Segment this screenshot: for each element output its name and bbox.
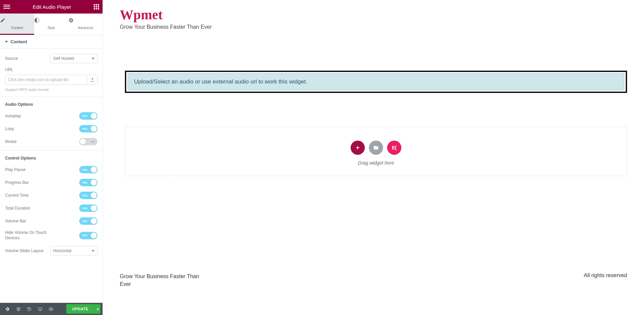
url-input[interactable] (5, 75, 87, 84)
tab-style[interactable]: Style (34, 14, 68, 35)
sidebar-footer: UPDATE (0, 303, 103, 315)
url-block: URL Support MP3 audio format (0, 63, 103, 97)
playpause-label: Play Pause (5, 167, 26, 172)
preview-canvas: Wpmet Grow Your Business Faster Than Eve… (103, 0, 644, 315)
muted-label: Muted (5, 139, 16, 144)
chevron-down-icon (92, 250, 94, 252)
source-label: Source (5, 56, 18, 61)
progressbar-label: Progress Bar (5, 180, 29, 185)
site-title: Wpmet (120, 7, 627, 23)
playpause-switch[interactable]: YES (79, 166, 97, 173)
site-footer: Grow Your Business Faster Than Ever All … (103, 272, 644, 288)
tab-advanced-label: Advanced (78, 26, 93, 30)
caret-down-icon (5, 41, 8, 43)
totalduration-switch[interactable]: YES (79, 204, 97, 212)
control-options-block: Control Options Play Pause YES Progress … (0, 151, 103, 261)
sidebar-title: Edit Audio Player (32, 4, 71, 10)
audio-options-block: Audio Options Autoplay YES Loop YES Mute… (0, 97, 103, 151)
elementskit-button[interactable]: E( (387, 141, 401, 155)
pencil-icon (0, 18, 34, 23)
add-section-button[interactable] (351, 141, 365, 155)
hidevolumetouch-switch[interactable]: YES (79, 232, 97, 239)
settings-panel: Content Source Self Hosted URL Support M… (0, 35, 103, 303)
url-input-wrapper (5, 75, 97, 85)
update-button[interactable]: UPDATE (66, 304, 94, 314)
caret-up-icon (96, 308, 99, 310)
settings-icon[interactable] (2, 303, 13, 315)
editor-tabs: Content Style Advanced (0, 14, 103, 35)
autoplay-switch[interactable]: YES (79, 112, 97, 120)
contrast-icon (34, 18, 68, 23)
audio-widget-placeholder[interactable]: Upload/Select an audio or use external a… (125, 71, 627, 93)
audio-options-heading: Audio Options (5, 102, 97, 107)
menu-icon[interactable] (3, 5, 10, 9)
widget-message: Upload/Select an audio or use external a… (128, 73, 624, 90)
tab-content-label: Content (11, 26, 23, 30)
url-label: URL (5, 67, 97, 72)
svg-point-2 (50, 308, 51, 309)
sidebar: Edit Audio Player Content Style Advanced… (0, 0, 103, 315)
source-select[interactable]: Self Hosted (50, 54, 97, 63)
chevron-down-icon (92, 58, 94, 59)
currenttime-label: Current Time (5, 193, 28, 198)
svg-rect-1 (38, 308, 42, 310)
volumebar-switch[interactable]: YES (79, 217, 97, 225)
widgets-grid-icon[interactable] (94, 4, 99, 9)
template-library-button[interactable] (369, 141, 383, 155)
volumesliderlayout-select[interactable]: Horizontal (50, 246, 97, 256)
url-hint: Support MP3 audio format (5, 88, 97, 92)
dropzone-buttons: E( (125, 141, 627, 155)
source-block: Source Self Hosted (0, 49, 103, 63)
hidevolumetouch-label: Hide Volume On Touch Devices (5, 230, 56, 241)
upload-media-button[interactable] (87, 75, 97, 84)
preview-icon[interactable] (45, 303, 56, 315)
source-select-value: Self Hosted (53, 56, 74, 61)
currenttime-switch[interactable]: YES (79, 192, 97, 199)
muted-switch[interactable]: NO (79, 138, 97, 145)
progressbar-switch[interactable]: YES (79, 179, 97, 186)
totalduration-label: Total Duration (5, 206, 30, 211)
loop-label: Loop (5, 126, 14, 131)
navigator-icon[interactable] (13, 303, 24, 315)
section-content-toggle[interactable]: Content (0, 35, 103, 49)
footer-tagline: Grow Your Business Faster Than Ever (120, 272, 201, 288)
loop-switch[interactable]: YES (79, 125, 97, 132)
site-tagline: Grow Your Business Faster Than Ever (120, 24, 627, 30)
gear-icon (68, 18, 103, 23)
section-content-label: Content (10, 39, 27, 44)
volumebar-label: Volume Bar (5, 219, 26, 223)
volumesliderlayout-label: Volume Slider Layout (5, 248, 43, 253)
drop-zone[interactable]: E( Drag widget here (125, 127, 627, 176)
dropzone-hint: Drag widget here (125, 160, 627, 166)
sidebar-header: Edit Audio Player (0, 0, 103, 14)
history-icon[interactable] (24, 303, 35, 315)
tab-content[interactable]: Content (0, 14, 34, 35)
volumesliderlayout-value: Horizontal (53, 248, 71, 253)
responsive-icon[interactable] (35, 303, 45, 315)
autoplay-label: Autoplay (5, 114, 21, 118)
control-options-heading: Control Options (5, 156, 97, 161)
site-header: Wpmet Grow Your Business Faster Than Eve… (103, 0, 644, 33)
update-dropdown-button[interactable] (94, 304, 101, 314)
tab-advanced[interactable]: Advanced (68, 14, 103, 35)
copyright-text: All rights reserved (584, 272, 627, 278)
tab-style-label: Style (47, 26, 55, 30)
